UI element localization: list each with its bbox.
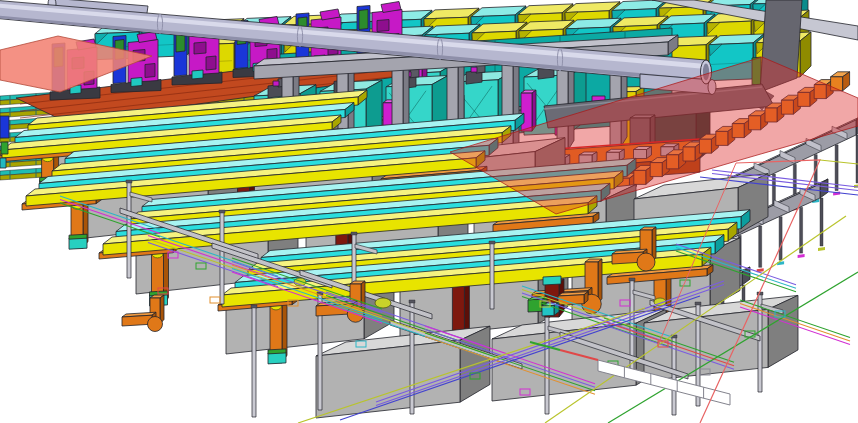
cabinet-magenta-slab <box>521 93 532 131</box>
floor-pole <box>252 307 256 417</box>
post-cap <box>543 276 561 285</box>
band-leg <box>835 145 838 191</box>
floor-fitting <box>210 297 220 303</box>
pole-cap <box>489 241 495 244</box>
floor-tick <box>820 160 858 164</box>
floor-speck <box>818 247 825 251</box>
band-leg <box>820 198 823 246</box>
cabinet-top-robot-accent <box>471 67 477 72</box>
cabinet-magenta-slab <box>532 90 536 131</box>
pole-cap <box>695 302 701 305</box>
robot-body-panel <box>145 64 155 78</box>
pole-cap <box>409 300 415 303</box>
edge-equipment <box>0 158 6 168</box>
robot-body-panel <box>377 20 389 32</box>
floor-speck <box>798 254 805 258</box>
cabinet-top-robot-accent <box>273 81 279 86</box>
robot-body-panel <box>194 42 206 54</box>
column-band <box>69 234 87 239</box>
floor-pole <box>410 302 414 414</box>
band-leg <box>759 226 762 267</box>
orange-elbow-joint <box>148 317 163 332</box>
pole-cap <box>251 305 257 308</box>
robot-foot <box>131 78 142 87</box>
robot-screen <box>359 10 368 30</box>
floor-pole <box>758 294 762 392</box>
edge-equipment <box>0 116 9 138</box>
cad-viewport[interactable] <box>0 0 858 423</box>
floor-pole <box>545 316 549 414</box>
robot-foot <box>192 70 203 79</box>
floor-pole <box>490 243 494 309</box>
edge-equipment <box>1 142 8 154</box>
pole-cap <box>351 232 357 235</box>
pole-cap <box>629 278 635 281</box>
scene-canvas <box>0 0 858 423</box>
pole-cap <box>219 210 225 213</box>
pole-cap <box>126 180 132 183</box>
orange-elbow-joint <box>637 253 655 271</box>
robot-body-panel <box>206 56 216 70</box>
band-leg <box>779 217 782 261</box>
pipe-cap-disc <box>375 298 391 308</box>
column-band <box>268 349 286 354</box>
